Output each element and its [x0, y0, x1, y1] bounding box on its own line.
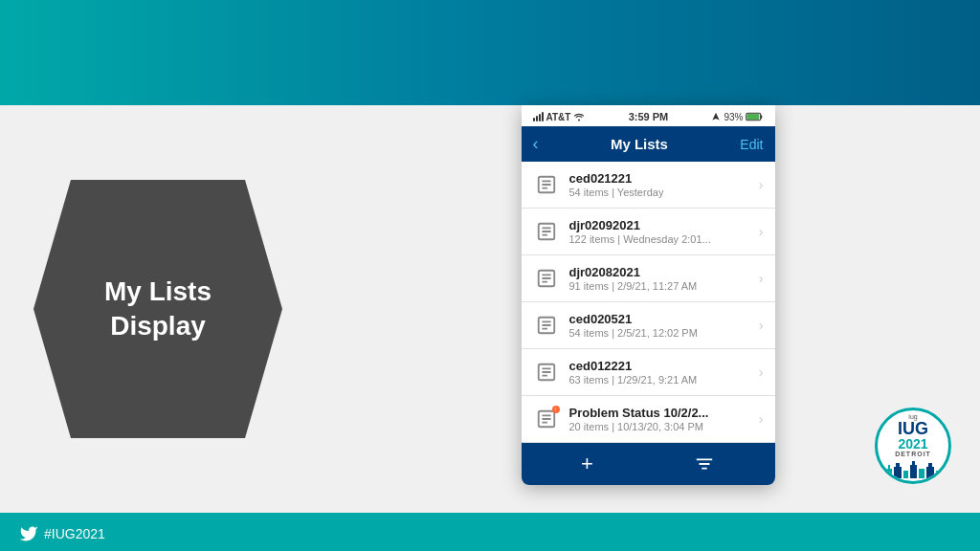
list-meta-4: 63 items | 1/29/21, 9:21 AM: [569, 374, 749, 386]
list-info-3: ced020521 54 items | 2/5/21, 12:02 PM: [569, 312, 749, 339]
svg-rect-28: [886, 469, 892, 478]
svg-rect-38: [936, 471, 941, 478]
chevron-icon-0: ›: [759, 177, 764, 192]
hex-shape: My Lists Display: [33, 180, 282, 438]
filter-sort-button[interactable]: [694, 453, 715, 474]
list-item[interactable]: ced021221 54 items | Yesterday ›: [522, 162, 775, 209]
list-name-0: ced021221: [569, 171, 749, 186]
slide-label: My Lists Display: [104, 275, 212, 344]
battery-icon: [746, 112, 763, 121]
list-meta-3: 54 items | 2/5/21, 12:02 PM: [569, 327, 749, 339]
phone-toolbar: +: [522, 443, 775, 485]
list-meta-5: 20 items | 10/13/20, 3:04 PM: [569, 421, 749, 432]
top-banner: [0, 0, 980, 105]
list-item[interactable]: ! Problem Status 10/2/2... 20 items | 10…: [522, 396, 775, 443]
list-item[interactable]: ced012221 63 items | 1/29/21, 9:21 AM ›: [522, 349, 775, 396]
chevron-icon-5: ›: [759, 411, 764, 427]
svg-rect-3: [761, 115, 763, 119]
list-meta-2: 91 items | 2/9/21, 11:27 AM: [569, 280, 749, 292]
list-name-2: djr02082021: [569, 265, 749, 279]
wifi-icon: [573, 112, 585, 121]
content-area: My Lists Display AT&T: [0, 105, 980, 513]
chevron-icon-1: ›: [759, 224, 764, 239]
svg-rect-31: [896, 463, 900, 467]
twitter-handle: #IUG2021: [44, 526, 105, 541]
svg-rect-2: [747, 114, 760, 120]
list-info-4: ced012221 63 items | 1/29/21, 9:21 AM: [569, 359, 749, 386]
svg-rect-29: [888, 465, 890, 469]
status-left: AT&T: [533, 112, 586, 122]
chevron-icon-3: ›: [759, 318, 764, 333]
list-icon-5: !: [533, 406, 560, 432]
nav-bar: ‹ My Lists Edit: [522, 126, 775, 162]
add-list-button[interactable]: +: [581, 452, 593, 476]
list-name-3: ced020521: [569, 312, 749, 326]
carrier-label: AT&T: [546, 112, 571, 122]
bottom-bar: #IUG2021: [0, 513, 980, 551]
status-time: 3:59 PM: [629, 111, 669, 122]
edit-button[interactable]: Edit: [740, 137, 763, 152]
phone-mockup: AT&T 3:59 PM 93%: [522, 105, 775, 485]
svg-rect-34: [912, 461, 915, 465]
sort-filter-icon: [694, 453, 715, 474]
list-container: ced021221 54 items | Yesterday ›: [522, 162, 775, 443]
list-item[interactable]: djr02092021 122 items | Wednesday 2:01..…: [522, 209, 775, 255]
list-name-4: ced012221: [569, 359, 749, 373]
iug-skyline-icon: [884, 459, 942, 478]
nav-title: My Lists: [611, 136, 668, 152]
iug-circle: iug IUG 2021 DETROIT: [875, 408, 951, 484]
slide-label-line1: My Lists: [104, 276, 212, 306]
battery-percent-label: 93%: [724, 112, 743, 122]
iug-main-text: IUG: [898, 420, 928, 437]
svg-rect-36: [926, 467, 934, 478]
list-icon-2: [533, 265, 560, 292]
list-icon-4: [533, 359, 560, 386]
list-item[interactable]: djr02082021 91 items | 2/9/21, 11:27 AM …: [522, 255, 775, 302]
status-right: 93%: [711, 112, 763, 122]
list-info-2: djr02082021 91 items | 2/9/21, 11:27 AM: [569, 265, 749, 292]
list-name-5: Problem Status 10/2/2...: [569, 406, 749, 420]
twitter-footer: #IUG2021: [19, 524, 105, 543]
chevron-icon-4: ›: [759, 364, 764, 380]
svg-point-0: [578, 120, 580, 121]
list-icon-3: [533, 312, 560, 339]
svg-rect-33: [910, 465, 917, 478]
list-name-1: djr02092021: [569, 218, 749, 232]
iug-year-text: 2021: [898, 437, 927, 451]
location-arrow-icon: [711, 112, 721, 121]
svg-rect-35: [919, 469, 924, 478]
left-panel: My Lists Display: [0, 105, 316, 513]
status-bar: AT&T 3:59 PM 93%: [522, 105, 775, 126]
list-icon-0: [533, 171, 560, 198]
iug-city-text: DETROIT: [895, 451, 931, 457]
list-info-5: Problem Status 10/2/2... 20 items | 10/1…: [569, 406, 749, 432]
notification-badge: !: [552, 406, 560, 413]
signal-bars-icon: [533, 112, 544, 121]
list-item[interactable]: ced020521 54 items | 2/5/21, 12:02 PM ›: [522, 302, 775, 349]
svg-rect-32: [903, 471, 908, 478]
iug-logo: iug IUG 2021 DETROIT: [875, 408, 951, 484]
list-meta-0: 54 items | Yesterday: [569, 187, 749, 198]
chevron-icon-2: ›: [759, 271, 764, 286]
list-meta-1: 122 items | Wednesday 2:01...: [569, 233, 749, 245]
back-button[interactable]: ‹: [533, 134, 539, 154]
twitter-icon: [19, 524, 38, 543]
svg-rect-37: [928, 463, 932, 467]
list-info-0: ced021221 54 items | Yesterday: [569, 171, 749, 198]
list-icon-1: [533, 218, 560, 245]
list-info-1: djr02092021 122 items | Wednesday 2:01..…: [569, 218, 749, 245]
svg-rect-30: [894, 467, 902, 478]
slide-label-line2: Display: [110, 311, 206, 341]
